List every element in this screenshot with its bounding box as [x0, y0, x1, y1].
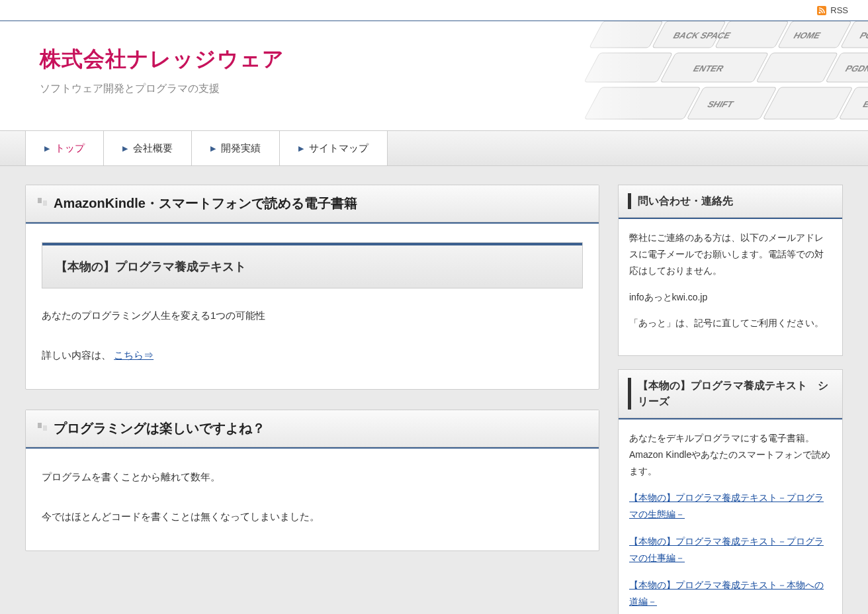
- sidebar-heading-text: 問い合わせ・連絡先: [628, 193, 833, 209]
- card-body: 【本物の】プログラマ養成テキスト あなたのプログラミング人生を変える1つの可能性…: [26, 224, 599, 389]
- rss-label: RSS: [830, 5, 848, 15]
- paragraph: 詳しい内容は、 こちら⇒: [42, 345, 583, 365]
- paragraph: 「あっと」は、記号に直してご利用ください。: [629, 315, 832, 331]
- details-link[interactable]: こちら⇒: [114, 349, 153, 361]
- sidebar-heading: 【本物の】プログラマ養成テキスト シリーズ: [619, 370, 842, 418]
- nav-label: トップ: [55, 142, 85, 155]
- series-link[interactable]: 【本物の】プログラマ養成テキスト－プログラマの仕事編－: [629, 533, 832, 566]
- site-header: 株式会社ナレッジウェア ソフトウェア開発とプログラマの支援: [0, 21, 868, 130]
- nav-item-sitemap[interactable]: ▶ サイトマップ: [280, 131, 388, 165]
- triangle-right-icon: ▶: [122, 144, 128, 153]
- rss-icon: [817, 6, 826, 15]
- nav-label: サイトマップ: [309, 142, 369, 155]
- paragraph: プログラムを書くことから離れて数年。: [42, 467, 583, 487]
- sub-heading-panel: 【本物の】プログラマ養成テキスト: [42, 242, 583, 288]
- nav-item-works[interactable]: ▶ 開発実績: [192, 131, 280, 165]
- top-bar: RSS: [0, 0, 868, 21]
- series-link[interactable]: 【本物の】プログラマ養成テキスト－プログラマの生態編－: [629, 490, 832, 523]
- sidebar-link-list: 【本物の】プログラマ養成テキスト－プログラマの生態編－ 【本物の】プログラマ養成…: [629, 490, 832, 611]
- rss-link[interactable]: RSS: [817, 5, 848, 15]
- heading-bullet-icon: [38, 423, 47, 435]
- heading-text: プログラミングは楽しいですよね？: [54, 419, 265, 437]
- sidebar-heading-text: 【本物の】プログラマ養成テキスト シリーズ: [628, 378, 833, 410]
- nav-item-top[interactable]: ▶ トップ: [25, 131, 104, 165]
- main-column: AmazonKindle・スマートフォンで読める電子書籍 【本物の】プログラマ養…: [25, 185, 599, 551]
- article-card-programming-fun: プログラミングは楽しいですよね？ プログラムを書くことから離れて数年。 今ではほ…: [25, 410, 599, 551]
- card-heading: プログラミングは楽しいですよね？: [26, 410, 599, 447]
- card-body: プログラムを書くことから離れて数年。 今ではほとんどコードを書くことは無くなって…: [26, 449, 599, 550]
- main-nav: ▶ トップ ▶ 会社概要 ▶ 開発実績 ▶ サイトマップ: [0, 130, 868, 166]
- heading-text: AmazonKindle・スマートフォンで読める電子書籍: [54, 195, 357, 212]
- svg-rect-21: [524, 21, 868, 130]
- header-image-keyboard: BACK SPACE HOME PGUP ENTER PGDN SHIFT EN…: [524, 21, 868, 130]
- triangle-right-icon: ▶: [44, 144, 50, 153]
- content-area: AmazonKindle・スマートフォンで読める電子書籍 【本物の】プログラマ養…: [0, 166, 868, 614]
- heading-bullet-icon: [38, 198, 47, 210]
- svg-point-0: [819, 11, 821, 13]
- nav-label: 開発実績: [221, 142, 261, 155]
- series-link[interactable]: 【本物の】プログラマ養成テキスト－本物への道編－: [629, 577, 832, 610]
- paragraph: あなたをデキルプログラマにする電子書籍。 Amazon Kindleやあなたのス…: [629, 430, 832, 480]
- paragraph: 今ではほとんどコードを書くことは無くなってしまいました。: [42, 507, 583, 527]
- nav-item-company[interactable]: ▶ 会社概要: [104, 131, 192, 165]
- sidebar-series-card: 【本物の】プログラマ養成テキスト シリーズ あなたをデキルプログラマにする電子書…: [618, 369, 843, 614]
- sidebar-body: 弊社にご連絡のある方は、以下のメールアドレスに電子メールでお願いします。電話等で…: [619, 219, 842, 355]
- paragraph: 弊社にご連絡のある方は、以下のメールアドレスに電子メールでお願いします。電話等で…: [629, 230, 832, 280]
- triangle-right-icon: ▶: [210, 144, 216, 153]
- triangle-right-icon: ▶: [298, 144, 304, 153]
- sidebar-body: あなたをデキルプログラマにする電子書籍。 Amazon Kindleやあなたのス…: [619, 419, 842, 614]
- sidebar: 問い合わせ・連絡先 弊社にご連絡のある方は、以下のメールアドレスに電子メールでお…: [618, 185, 843, 614]
- sub-heading-text: 【本物の】プログラマ養成テキスト: [42, 245, 582, 288]
- sidebar-contact-card: 問い合わせ・連絡先 弊社にご連絡のある方は、以下のメールアドレスに電子メールでお…: [618, 185, 843, 356]
- nav-label: 会社概要: [133, 142, 173, 155]
- paragraph: あなたのプログラミング人生を変える1つの可能性: [42, 306, 583, 326]
- contact-email: infoあっとkwi.co.jp: [629, 289, 832, 306]
- text: 詳しい内容は、: [42, 349, 111, 361]
- article-card-ebooks: AmazonKindle・スマートフォンで読める電子書籍 【本物の】プログラマ養…: [25, 185, 599, 390]
- card-heading: AmazonKindle・スマートフォンで読める電子書籍: [26, 185, 599, 222]
- sidebar-heading: 問い合わせ・連絡先: [619, 185, 842, 218]
